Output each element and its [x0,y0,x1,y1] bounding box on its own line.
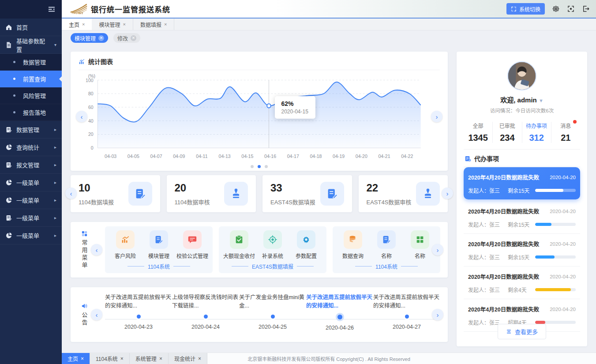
settings-gear-icon[interactable] [552,5,560,13]
announcement-date: 2020-04-23 [124,324,153,330]
user-panel-card: 欢迎, admin ▼ 访问情况：今日访问次数6次 全部 1345 已审批 23… [457,52,587,346]
announcement-item[interactable]: 上级领导视察反洗钱时间表下载链接... 2020-04-24 [172,293,239,336]
app-supplement-system[interactable]: 补录系统 [256,230,289,259]
grid-icon [411,230,429,249]
chart-prev-button[interactable]: ‹ [76,111,87,122]
app-customer-risk[interactable]: 客户风险 [109,230,142,259]
fullscreen-icon[interactable] [567,5,575,13]
todo-section-title: 代办事项 [474,154,499,163]
app-name-2[interactable]: 名称 [403,230,437,259]
bottom-tab-home[interactable]: 主页× [62,353,90,364]
stamp-icon [224,182,248,206]
close-icon[interactable]: × [159,356,162,362]
announcement-item[interactable]: 关于改进周五提前放假半天的安排通知... 2020-04-27 [373,293,440,336]
app-formula-check[interactable]: 校验公式管理 [176,230,209,259]
user-avatar[interactable] [507,61,536,90]
todo-remaining: 剩余15天 [508,221,535,228]
app-name-1[interactable]: 名称 [370,230,403,259]
stat-label: 待办事项 [522,122,551,129]
doc-pencil-icon [377,230,396,249]
sidebar-item-level1-menu-3[interactable]: 一级菜单 ▸ [0,209,62,227]
collapse-menu-icon[interactable] [48,5,56,13]
stat-card-east4s-audit[interactable]: 22EAST4S数据审核 [359,175,448,212]
sidebar-item-home[interactable]: 首页 [0,19,62,36]
announcement-item[interactable]: 关于广发金业务挂盘mini黄金... 2020-04-25 [239,293,306,336]
tab-home[interactable]: 主页× [62,19,92,30]
stat-messages[interactable]: 消息 21 [551,122,580,143]
sidebar-subitem-risk-mgmt[interactable]: 风险管理 [0,87,62,104]
sidebar-item-level1-menu-1[interactable]: 一级菜单 ▸ [0,174,62,191]
stat-card-east4s-entry[interactable]: 33EAST4S数据填报 [262,175,352,212]
app-label: 校验公式管理 [176,252,208,259]
app-param-config[interactable]: 参数配置 [289,230,323,259]
bottom-tab-system-mgmt[interactable]: 系统管理× [130,353,169,364]
announcements-prev-button[interactable]: ‹ [91,309,102,320]
chart-next-button[interactable]: › [431,111,442,122]
app-data-query[interactable]: 数据查询 [336,230,370,259]
sidebar-item-data-mgmt[interactable]: 数据管理 ▸ [0,121,62,139]
todo-item[interactable]: 2020年4月20日数据跑批失败2020-04-20 发起人：张三剩余4天 [464,266,580,299]
stats-prev-button[interactable]: ‹ [65,188,77,199]
close-icon[interactable]: × [164,22,167,27]
sidebar-item-level1-menu-2[interactable]: 一级菜单 ▸ [0,191,62,209]
sidebar-item-base-params[interactable]: 基础参数配置 ▾ [0,36,62,54]
menu-next-button[interactable]: › [432,244,443,255]
sidebar-item-report-mgmt[interactable]: 报文管理 ▸ [0,156,62,174]
sidebar-item-level1-menu-4[interactable]: 一级菜单 ▸ [0,227,62,244]
form-icon [320,182,344,206]
pagination-dot[interactable] [265,165,268,168]
stat-approved[interactable]: 已审批 234 [493,122,522,143]
todo-item-active[interactable]: 2020年4月20日数据跑批失败2020-04-20 发起人：张三剩余15天 [464,167,580,199]
todo-item[interactable]: 2020年4月20日数据跑批失败2020-04-20 发起人：张三剩余15天 [464,201,580,234]
bottom-tab-1104[interactable]: 1104系统× [90,353,130,364]
announcement-title: 关于改进周五提前放假半天的安排通知... [306,293,373,310]
stat-card-1104-entry[interactable]: 101104数据填报 [71,175,160,212]
svg-text:04-18: 04-18 [310,153,322,158]
chip-module-mgmt[interactable]: 模块管理✕ [71,33,108,43]
system-switch-button[interactable]: 系统切换 [506,3,545,15]
close-icon[interactable]: × [82,22,85,27]
logout-icon[interactable] [582,5,590,13]
sidebar-subitem-report-landing[interactable]: 报告落地 [0,104,62,121]
svg-text:04-03: 04-03 [105,153,116,158]
stat-pending[interactable]: 待办事项 312 [522,122,551,143]
announcement-item-active[interactable]: 关于改进周五提前放假半天的安排通知... 2020-04-26 [306,293,373,336]
common-menu-groups: 客户风险 模块管理 校验公式管理 [105,226,440,273]
pie-chart-icon [5,179,12,186]
close-icon[interactable]: × [198,356,201,362]
announcements-next-button[interactable]: › [432,309,443,320]
sidebar-subitem-data-mgmt[interactable]: 数据管理 [0,54,62,71]
app-large-cash[interactable]: 大额现金收付 [222,230,256,259]
stats-next-button[interactable]: › [442,188,453,199]
announcements-card: 公告 ‹ 关于改进周五提前放假半天的安排通知... 2020-04-23 [71,287,448,342]
announcement-item[interactable]: 关于改进周五提前放假半天的安排通知... 2020-04-23 [105,293,172,336]
risk-chart-icon [116,230,135,249]
close-icon[interactable]: × [123,22,125,27]
view-more-button[interactable]: 查看更多 [498,324,546,339]
stat-all[interactable]: 全部 1345 [464,122,493,143]
close-icon[interactable]: × [81,356,84,362]
chart-card-header: 统计图表 [79,57,440,70]
tab-module-mgmt[interactable]: 模块管理× [92,19,133,30]
bottom-tab-cash-stats[interactable]: 现金统计× [169,353,207,364]
app-module-mgmt[interactable]: 模块管理 [142,230,176,259]
menu-prev-button[interactable]: ‹ [91,244,102,255]
sidebar-subitem-front-query[interactable]: 前置查询 [0,71,62,87]
stat-card-1104-audit[interactable]: 201104数据审核 [167,175,256,212]
svg-text:04-21: 04-21 [378,153,390,158]
bullet-icon [13,78,15,80]
sidebar-item-query-stats[interactable]: 查询统计 ▸ [0,139,62,156]
chip-modify[interactable]: 修改✕ [113,33,140,43]
pagination-dot-active[interactable] [258,165,261,168]
chevron-right-icon: ▸ [54,145,56,150]
close-icon[interactable]: ✕ [98,35,104,41]
tab-data-entry[interactable]: 数据填报× [133,19,174,30]
close-icon[interactable]: × [120,356,124,362]
pagination-dot[interactable] [251,165,254,168]
app-label: 客户风险 [115,252,136,259]
close-icon[interactable]: ✕ [131,35,136,41]
visit-info: 访问情况：今日访问次数6次 [464,107,580,114]
list-icon [506,329,512,334]
welcome-row[interactable]: 欢迎, admin ▼ [464,95,580,104]
todo-item[interactable]: 2020年4月20日数据跑批失败2020-04-20 发起人：张三剩余15天 [464,234,580,266]
